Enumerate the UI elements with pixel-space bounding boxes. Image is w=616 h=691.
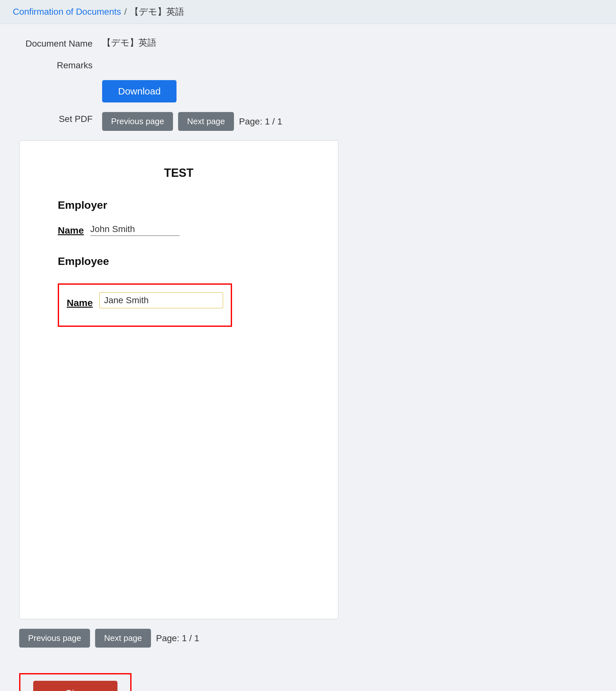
employer-name-label: Name — [58, 225, 84, 236]
employer-name-value: John Smith — [90, 224, 180, 236]
remarks-label: Remarks — [19, 59, 102, 70]
page-info-top: Page: 1 / 1 — [239, 116, 282, 127]
pdf-title: TEST — [58, 166, 300, 180]
previous-page-button-bottom[interactable]: Previous page — [19, 629, 90, 648]
next-page-button-bottom[interactable]: Next page — [95, 629, 151, 648]
sign-section-highlight: Sign — [19, 673, 132, 691]
set-pdf-label: Set PDF — [19, 112, 102, 124]
page-info-bottom: Page: 1 / 1 — [156, 633, 199, 643]
breadcrumb-current: 【デモ】英語 — [130, 6, 184, 18]
employer-section-title: Employer — [58, 199, 300, 211]
employee-name-input[interactable] — [99, 292, 223, 308]
breadcrumb-link[interactable]: Confirmation of Documents — [13, 7, 121, 17]
download-row: Download — [102, 80, 597, 103]
document-name-row: Document Name 【デモ】英語 — [19, 37, 597, 49]
remarks-row: Remarks — [19, 59, 597, 70]
employer-name-row: Name John Smith — [58, 224, 300, 236]
pdf-controls-bottom: Previous page Next page Page: 1 / 1 — [19, 629, 597, 648]
employee-section-highlight: Name — [58, 284, 232, 327]
breadcrumb-bar: Confirmation of Documents / 【デモ】英語 — [0, 0, 616, 24]
sign-area: Sign — [19, 660, 597, 691]
pdf-controls-top: Previous page Next page Page: 1 / 1 — [102, 112, 282, 131]
document-name-value: 【デモ】英語 — [102, 37, 156, 49]
employee-name-label: Name — [67, 297, 93, 308]
breadcrumb-separator: / — [124, 7, 127, 17]
set-pdf-row: Set PDF Previous page Next page Page: 1 … — [19, 112, 597, 131]
main-content: Document Name 【デモ】英語 Remarks Download Se… — [0, 24, 616, 691]
sign-button[interactable]: Sign — [33, 681, 117, 691]
pdf-preview: TEST Employer Name John Smith Employee N… — [19, 140, 338, 619]
employee-section-title: Employee — [58, 255, 300, 267]
next-page-button-top[interactable]: Next page — [178, 112, 234, 131]
download-button[interactable]: Download — [102, 80, 176, 103]
employee-name-row: Name — [67, 292, 223, 308]
previous-page-button-top[interactable]: Previous page — [102, 112, 173, 131]
document-name-label: Document Name — [19, 37, 102, 49]
